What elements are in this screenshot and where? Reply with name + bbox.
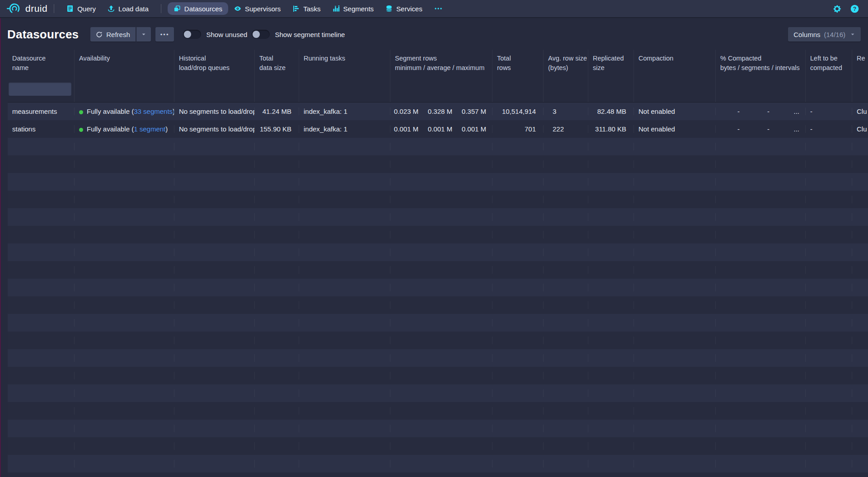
column-header-pct-compacted[interactable]: % Compactedbytes / segments / intervals xyxy=(716,50,806,76)
cell-replicated-size xyxy=(588,460,634,468)
nav-item-tasks[interactable]: Tasks xyxy=(286,2,326,15)
nav-item-segments[interactable]: Segments xyxy=(327,2,380,15)
column-header-avg-row-size[interactable]: Avg. row size(bytes) xyxy=(544,50,588,76)
nav-item-load-data[interactable]: Load data xyxy=(102,2,155,15)
column-header-datasource-name[interactable]: Datasourcename xyxy=(8,50,75,76)
column-header-compaction[interactable]: Compaction xyxy=(634,50,716,76)
cell-load-drop-queues xyxy=(174,231,255,238)
show-segment-timeline-toggle[interactable]: Show segment timeline xyxy=(252,30,345,39)
cell-pct-compacted xyxy=(716,425,806,432)
cell-datasource-name xyxy=(8,425,75,432)
cell-retention xyxy=(852,460,868,468)
column-header-total-rows[interactable]: Totalrows xyxy=(493,50,544,76)
column-header-availability[interactable]: Availability xyxy=(75,50,174,76)
cell-left-to-be-compacted xyxy=(806,76,852,102)
table-row-measurements[interactable]: measurementsFully available (33 segments… xyxy=(8,103,868,120)
cell-running-tasks xyxy=(299,213,390,221)
refresh-button[interactable]: Refresh xyxy=(90,27,136,42)
header-line1: Datasource xyxy=(12,54,70,63)
cell-compaction xyxy=(634,231,716,238)
cell-replicated-size xyxy=(588,178,634,186)
cell-running-tasks xyxy=(299,460,390,468)
cell-replicated-size xyxy=(588,248,634,256)
cell-load-drop-queues xyxy=(174,337,255,344)
table-row-empty xyxy=(8,261,868,279)
cell-pct-compacted xyxy=(716,213,806,221)
show-unused-toggle[interactable]: Show unused xyxy=(183,30,247,39)
availability-status-dot xyxy=(79,128,83,132)
column-header-replicated-size[interactable]: Replicatedsize xyxy=(588,50,634,76)
cell-datasource-name xyxy=(8,266,75,274)
nav-item-more[interactable] xyxy=(428,2,448,15)
cell-availability xyxy=(75,389,174,397)
datasource-name-filter-input[interactable] xyxy=(9,82,71,96)
segments-link[interactable]: 33 segments xyxy=(134,108,173,115)
cell-total-rows xyxy=(493,160,544,168)
toggle-label: Show segment timeline xyxy=(275,31,345,38)
cell-load-drop-queues xyxy=(174,76,255,102)
cell-availability xyxy=(75,76,174,102)
column-header-load-drop-queues[interactable]: Historicalload/drop queues xyxy=(174,50,255,76)
cell-pct-compacted xyxy=(716,460,806,468)
cell-total-rows xyxy=(493,284,544,291)
cell-running-tasks: index_kafka: 1 xyxy=(299,108,390,115)
cell-load-drop-queues xyxy=(174,301,255,309)
sub-value: 0.001 M xyxy=(458,125,492,133)
column-header-segment-rows[interactable]: Segment rowsminimum / average / maximum xyxy=(390,50,493,76)
segments-link[interactable]: 1 segment xyxy=(134,125,165,133)
cell-avg-row-size xyxy=(544,248,588,256)
cell-datasource-name xyxy=(8,354,75,362)
cell-running-tasks xyxy=(299,76,390,102)
cell-replicated-size xyxy=(588,231,634,238)
brand[interactable]: druid xyxy=(6,3,47,14)
settings-gear-icon[interactable] xyxy=(833,5,841,13)
header-line1: Compaction xyxy=(638,54,711,63)
cell-total-rows xyxy=(493,76,544,102)
nav-item-supervisors[interactable]: Supervisors xyxy=(228,2,286,15)
column-header-left-to-be-compacted[interactable]: Left to becompacted xyxy=(806,50,852,76)
cell-segment-rows xyxy=(390,213,493,221)
cell-pct-compacted xyxy=(716,301,806,309)
refresh-dropdown-button[interactable] xyxy=(136,27,151,42)
more-actions-button[interactable]: ••• xyxy=(155,27,174,42)
cell-retention xyxy=(852,407,868,415)
table-row-empty xyxy=(8,472,868,477)
cell-total-data-size xyxy=(255,442,299,450)
cell-pct-compacted: --... xyxy=(716,125,806,133)
cell-replicated-size xyxy=(588,372,634,379)
column-header-retention[interactable]: Re xyxy=(852,50,868,76)
toggle-track[interactable] xyxy=(252,30,270,39)
cell-running-tasks: index_kafka: 1 xyxy=(299,125,390,133)
cell-availability xyxy=(75,196,174,203)
column-header-total-data-size[interactable]: Totaldata size xyxy=(255,50,299,76)
table-row-stations[interactable]: stationsFully available (1 segment)No se… xyxy=(8,120,868,138)
cell-availability xyxy=(75,266,174,274)
cell-compaction xyxy=(634,460,716,468)
cell-compaction xyxy=(634,319,716,327)
nav-item-query[interactable]: Query xyxy=(61,2,102,15)
cell-availability xyxy=(75,248,174,256)
cell-total-data-size xyxy=(255,248,299,256)
cell-running-tasks xyxy=(299,231,390,238)
nav-item-datasources[interactable]: Datasources xyxy=(168,2,228,15)
cell-left-to-be-compacted xyxy=(806,143,852,150)
header-line2: minimum / average / maximum xyxy=(395,63,488,73)
nav-item-services[interactable]: Services xyxy=(380,2,428,15)
help-icon[interactable]: ? xyxy=(850,5,859,13)
cell-datasource-name xyxy=(8,178,75,186)
cell-replicated-size xyxy=(588,319,634,327)
toggle-track[interactable] xyxy=(183,30,201,39)
column-header-running-tasks[interactable]: Running tasks xyxy=(299,50,390,76)
cell-avg-row-size xyxy=(544,354,588,362)
cell-total-data-size xyxy=(255,143,299,150)
cell-total-rows xyxy=(493,337,544,344)
cell-replicated-size xyxy=(588,143,634,150)
cell-retention: Clu xyxy=(852,125,868,133)
refresh-label: Refresh xyxy=(106,31,130,38)
query-icon xyxy=(66,5,74,12)
cell-compaction xyxy=(634,337,716,344)
columns-button[interactable]: Columns (14/16) xyxy=(788,27,861,42)
cell-availability xyxy=(75,284,174,291)
cell-pct-compacted xyxy=(716,389,806,397)
chevron-down-icon xyxy=(141,32,146,37)
